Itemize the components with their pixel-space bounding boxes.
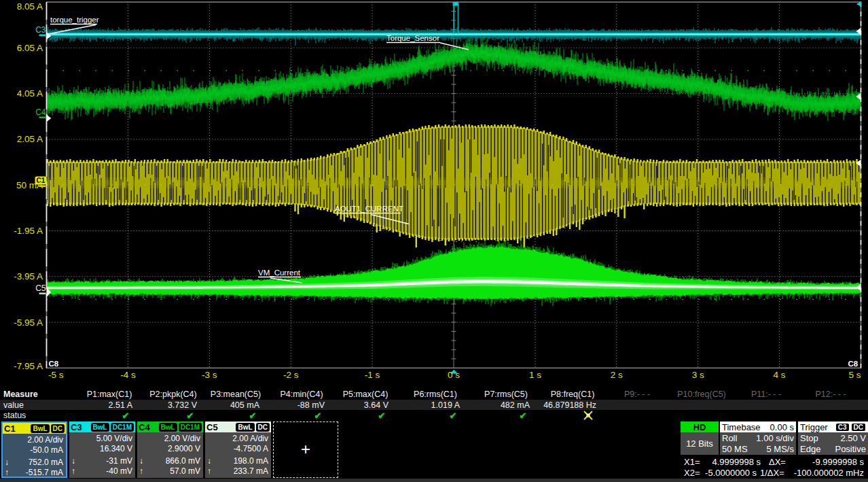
svg-text:AOUT1_CURRENT: AOUT1_CURRENT — [335, 205, 403, 213]
svg-text:C3: C3 — [35, 25, 46, 35]
svg-text:-7.95 A: -7.95 A — [14, 361, 43, 371]
svg-text:C5: C5 — [35, 283, 46, 293]
svg-text:-3 s: -3 s — [202, 370, 217, 380]
svg-text:-2 s: -2 s — [283, 370, 299, 380]
svg-text:4.05 A: 4.05 A — [17, 88, 43, 99]
svg-text:4 s: 4 s — [774, 370, 786, 380]
svg-text:50 mA: 50 mA — [16, 180, 43, 190]
svg-text:-5 s: -5 s — [48, 370, 64, 380]
svg-text:-4 s: -4 s — [120, 370, 136, 380]
svg-text:Torque_Sensor: Torque_Sensor — [386, 34, 439, 42]
svg-text:C8: C8 — [848, 360, 858, 368]
svg-text:6.05 A: 6.05 A — [17, 43, 43, 53]
svg-text:2.05 A: 2.05 A — [17, 134, 43, 144]
svg-text:-3.95 A: -3.95 A — [14, 271, 43, 281]
svg-text:3 s: 3 s — [692, 370, 704, 380]
svg-text:8.05 A: 8.05 A — [17, 1, 43, 12]
svg-text:C8: C8 — [49, 360, 59, 368]
svg-text:-1 s: -1 s — [365, 370, 380, 380]
svg-text:2 s: 2 s — [611, 370, 623, 380]
svg-text:-5.95 A: -5.95 A — [14, 317, 43, 328]
svg-text:torque_trigger: torque_trigger — [50, 16, 99, 24]
svg-text:-1.95 A: -1.95 A — [14, 226, 43, 236]
svg-text:VM_Current: VM_Current — [258, 269, 301, 277]
svg-text:1 s: 1 s — [529, 370, 541, 380]
svg-text:5 s: 5 s — [848, 370, 861, 380]
svg-text:0 s: 0 s — [448, 370, 460, 380]
svg-text:C4: C4 — [35, 107, 46, 117]
